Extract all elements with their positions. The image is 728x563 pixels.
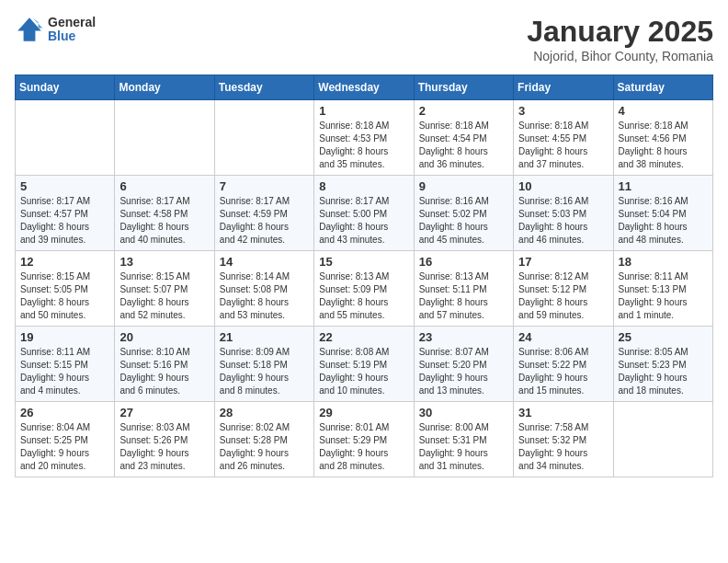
day-info: Sunrise: 8:18 AM Sunset: 4:54 PM Dayligh… (419, 120, 508, 171)
day-number: 28 (220, 406, 309, 419)
day-info: Sunrise: 8:10 AM Sunset: 5:16 PM Dayligh… (119, 346, 209, 397)
logo: General Blue (15, 15, 96, 44)
day-number: 7 (220, 179, 309, 193)
weekday-header-row: SundayMondayTuesdayWednesdayThursdayFrid… (16, 75, 713, 100)
day-number: 18 (619, 255, 708, 269)
day-number: 11 (619, 179, 708, 193)
calendar-cell: 23Sunrise: 8:07 AM Sunset: 5:20 PM Dayli… (414, 327, 513, 402)
week-row-4: 19Sunrise: 8:11 AM Sunset: 5:15 PM Dayli… (16, 327, 713, 402)
calendar-cell: 29Sunrise: 8:01 AM Sunset: 5:29 PM Dayli… (314, 402, 414, 477)
day-info: Sunrise: 8:02 AM Sunset: 5:28 PM Dayligh… (220, 421, 309, 473)
calendar-cell: 20Sunrise: 8:10 AM Sunset: 5:16 PM Dayli… (115, 327, 214, 402)
day-number: 8 (319, 179, 408, 193)
day-number: 25 (619, 330, 708, 344)
calendar-cell: 21Sunrise: 8:09 AM Sunset: 5:18 PM Dayli… (214, 327, 313, 402)
day-info: Sunrise: 8:08 AM Sunset: 5:19 PM Dayligh… (319, 346, 408, 397)
calendar-cell: 4Sunrise: 8:18 AM Sunset: 4:56 PM Daylig… (613, 100, 712, 176)
calendar-cell: 26Sunrise: 8:04 AM Sunset: 5:25 PM Dayli… (16, 402, 115, 477)
day-info: Sunrise: 8:15 AM Sunset: 5:05 PM Dayligh… (20, 270, 109, 322)
calendar-cell: 16Sunrise: 8:13 AM Sunset: 5:11 PM Dayli… (414, 251, 513, 327)
calendar-cell (16, 100, 115, 176)
calendar-cell: 31Sunrise: 7:58 AM Sunset: 5:32 PM Dayli… (514, 402, 613, 477)
calendar-cell: 28Sunrise: 8:02 AM Sunset: 5:28 PM Dayli… (214, 402, 313, 477)
day-number: 10 (518, 179, 608, 193)
calendar-cell: 30Sunrise: 8:00 AM Sunset: 5:31 PM Dayli… (414, 402, 513, 477)
weekday-header-thursday: Thursday (414, 75, 513, 100)
calendar-cell (214, 100, 313, 176)
day-number: 27 (119, 406, 209, 419)
weekday-header-tuesday: Tuesday (214, 75, 313, 100)
weekday-header-saturday: Saturday (613, 75, 712, 100)
day-info: Sunrise: 8:06 AM Sunset: 5:22 PM Dayligh… (518, 346, 608, 397)
day-info: Sunrise: 8:17 AM Sunset: 4:57 PM Dayligh… (20, 195, 109, 247)
week-row-3: 12Sunrise: 8:15 AM Sunset: 5:05 PM Dayli… (16, 251, 713, 327)
calendar-cell: 17Sunrise: 8:12 AM Sunset: 5:12 PM Dayli… (514, 251, 613, 327)
week-row-1: 1Sunrise: 8:18 AM Sunset: 4:53 PM Daylig… (16, 100, 713, 176)
day-info: Sunrise: 8:17 AM Sunset: 4:59 PM Dayligh… (220, 195, 309, 247)
day-info: Sunrise: 7:58 AM Sunset: 5:32 PM Dayligh… (518, 421, 608, 473)
day-number: 23 (419, 330, 508, 344)
calendar-cell (613, 402, 712, 477)
day-info: Sunrise: 8:17 AM Sunset: 4:58 PM Dayligh… (119, 195, 209, 247)
calendar-cell: 27Sunrise: 8:03 AM Sunset: 5:26 PM Dayli… (115, 402, 214, 477)
day-info: Sunrise: 8:05 AM Sunset: 5:23 PM Dayligh… (619, 346, 708, 397)
calendar-cell: 2Sunrise: 8:18 AM Sunset: 4:54 PM Daylig… (414, 100, 513, 176)
calendar-cell: 13Sunrise: 8:15 AM Sunset: 5:07 PM Dayli… (115, 251, 214, 327)
title-block: January 2025 Nojorid, Bihor County, Roma… (527, 15, 713, 63)
calendar-cell: 18Sunrise: 8:11 AM Sunset: 5:13 PM Dayli… (613, 251, 712, 327)
day-number: 17 (518, 255, 608, 269)
weekday-header-sunday: Sunday (16, 75, 115, 100)
day-info: Sunrise: 8:13 AM Sunset: 5:09 PM Dayligh… (319, 270, 408, 322)
day-info: Sunrise: 8:11 AM Sunset: 5:15 PM Dayligh… (20, 346, 109, 397)
calendar-cell: 14Sunrise: 8:14 AM Sunset: 5:08 PM Dayli… (214, 251, 313, 327)
location-title: Nojorid, Bihor County, Romania (527, 49, 713, 63)
day-info: Sunrise: 8:15 AM Sunset: 5:07 PM Dayligh… (119, 270, 209, 322)
day-info: Sunrise: 8:18 AM Sunset: 4:55 PM Dayligh… (518, 120, 608, 171)
calendar-cell: 6Sunrise: 8:17 AM Sunset: 4:58 PM Daylig… (115, 176, 214, 251)
day-info: Sunrise: 8:01 AM Sunset: 5:29 PM Dayligh… (319, 421, 408, 473)
calendar-cell: 3Sunrise: 8:18 AM Sunset: 4:55 PM Daylig… (514, 100, 613, 176)
logo-icon (15, 15, 44, 44)
day-info: Sunrise: 8:16 AM Sunset: 5:03 PM Dayligh… (518, 195, 608, 247)
day-number: 16 (419, 255, 508, 269)
week-row-5: 26Sunrise: 8:04 AM Sunset: 5:25 PM Dayli… (16, 402, 713, 477)
calendar-cell: 9Sunrise: 8:16 AM Sunset: 5:02 PM Daylig… (414, 176, 513, 251)
day-number: 2 (419, 104, 508, 118)
day-number: 6 (119, 179, 209, 193)
day-info: Sunrise: 8:07 AM Sunset: 5:20 PM Dayligh… (419, 346, 508, 397)
day-number: 12 (20, 255, 109, 269)
month-title: January 2025 (527, 15, 713, 49)
day-info: Sunrise: 8:03 AM Sunset: 5:26 PM Dayligh… (119, 421, 209, 473)
calendar-cell: 25Sunrise: 8:05 AM Sunset: 5:23 PM Dayli… (613, 327, 712, 402)
weekday-header-monday: Monday (115, 75, 214, 100)
day-info: Sunrise: 8:04 AM Sunset: 5:25 PM Dayligh… (20, 421, 109, 473)
svg-marker-0 (17, 17, 41, 41)
calendar-cell: 11Sunrise: 8:16 AM Sunset: 5:04 PM Dayli… (613, 176, 712, 251)
day-number: 21 (220, 330, 309, 344)
calendar-cell: 7Sunrise: 8:17 AM Sunset: 4:59 PM Daylig… (214, 176, 313, 251)
day-number: 1 (319, 104, 408, 118)
day-info: Sunrise: 8:13 AM Sunset: 5:11 PM Dayligh… (419, 270, 508, 322)
day-info: Sunrise: 8:14 AM Sunset: 5:08 PM Dayligh… (220, 270, 309, 322)
weekday-header-friday: Friday (514, 75, 613, 100)
calendar-cell (115, 100, 214, 176)
day-info: Sunrise: 8:11 AM Sunset: 5:13 PM Dayligh… (619, 270, 708, 322)
day-info: Sunrise: 8:16 AM Sunset: 5:04 PM Dayligh… (619, 195, 708, 247)
calendar-cell: 12Sunrise: 8:15 AM Sunset: 5:05 PM Dayli… (16, 251, 115, 327)
calendar-cell: 15Sunrise: 8:13 AM Sunset: 5:09 PM Dayli… (314, 251, 414, 327)
day-number: 13 (119, 255, 209, 269)
page-header: General Blue January 2025 Nojorid, Bihor… (15, 15, 713, 63)
weekday-header-wednesday: Wednesday (314, 75, 414, 100)
day-number: 24 (518, 330, 608, 344)
day-number: 20 (119, 330, 209, 344)
day-number: 22 (319, 330, 408, 344)
day-number: 26 (20, 406, 109, 419)
day-number: 14 (220, 255, 309, 269)
day-info: Sunrise: 8:00 AM Sunset: 5:31 PM Dayligh… (419, 421, 508, 473)
day-number: 9 (419, 179, 508, 193)
day-number: 3 (518, 104, 608, 118)
day-info: Sunrise: 8:17 AM Sunset: 5:00 PM Dayligh… (319, 195, 408, 247)
calendar-cell: 8Sunrise: 8:17 AM Sunset: 5:00 PM Daylig… (314, 176, 414, 251)
logo-text: General Blue (48, 16, 96, 44)
day-number: 31 (518, 406, 608, 419)
